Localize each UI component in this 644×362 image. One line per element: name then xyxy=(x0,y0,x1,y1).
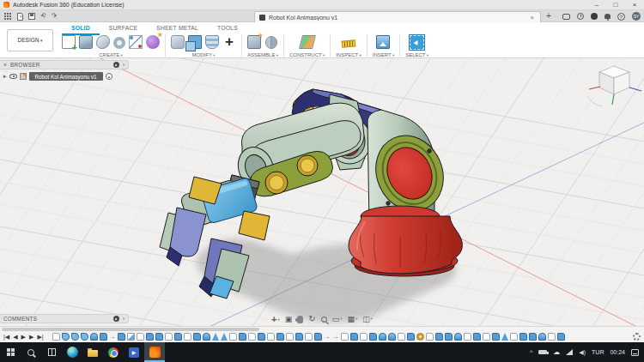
ribbon-group-label[interactable]: CREATE xyxy=(99,52,122,57)
hidden-icons-chevron[interactable]: ^ xyxy=(530,349,532,355)
action-center-icon[interactable] xyxy=(631,349,639,356)
sketch-feature-icon[interactable] xyxy=(398,333,405,341)
extrude-feature-icon[interactable] xyxy=(369,333,377,341)
collapse-panel-icon[interactable]: « xyxy=(3,61,7,69)
play-button[interactable]: ▶ xyxy=(21,332,26,341)
triangle-feature-icon[interactable] xyxy=(501,333,508,341)
tab-close-icon[interactable]: × xyxy=(528,14,536,21)
extrude-feature-icon[interactable] xyxy=(435,333,443,341)
box-icon[interactable] xyxy=(79,35,93,49)
extrude-feature-icon[interactable] xyxy=(193,333,201,341)
task-view-icon[interactable] xyxy=(41,342,62,362)
ribbon-group-label[interactable]: CONSTRUCT xyxy=(289,52,325,57)
viewport-canvas[interactable]: « BROWSER › ▸ Robot Kol Animasyonu v1 CO… xyxy=(0,58,644,326)
sketch-feature-icon[interactable] xyxy=(137,333,144,341)
zoom-icon[interactable]: ▾ xyxy=(321,317,327,323)
comments-header[interactable]: COMMENTS › xyxy=(0,314,129,323)
extrude-feature-icon[interactable] xyxy=(295,333,303,341)
triangle-feature-icon[interactable] xyxy=(212,333,219,341)
extrude-feature-icon[interactable] xyxy=(557,333,565,341)
comments-expand-icon[interactable]: › xyxy=(123,316,125,322)
timeline-scrollbar[interactable] xyxy=(2,328,259,331)
extrude-feature-icon[interactable] xyxy=(276,333,284,341)
ribbon-group-label[interactable]: INSERT xyxy=(373,52,394,57)
shell-icon[interactable] xyxy=(205,35,219,49)
extrude-feature-icon[interactable] xyxy=(100,333,107,341)
browser-header[interactable]: « BROWSER › xyxy=(0,60,129,69)
plane-icon[interactable] xyxy=(299,35,316,49)
avatar[interactable]: SY xyxy=(632,12,641,21)
movies-tv-icon[interactable] xyxy=(124,342,144,362)
sketch-feature-icon[interactable] xyxy=(229,333,237,341)
measure-icon[interactable] xyxy=(342,39,356,48)
gear-feature-icon[interactable] xyxy=(416,333,424,341)
sketch-feature-icon[interactable] xyxy=(510,333,518,341)
new-component-icon[interactable] xyxy=(247,35,261,49)
browser-item-label[interactable]: Robot Kol Animasyonu v1 xyxy=(29,72,103,81)
hand-icon[interactable] xyxy=(297,316,303,323)
move-icon[interactable] xyxy=(222,35,236,49)
canvas-icon[interactable] xyxy=(376,35,390,49)
revolve-feature-icon[interactable] xyxy=(62,333,70,341)
help-icon[interactable]: ? xyxy=(617,13,625,21)
job-status-icon[interactable] xyxy=(577,13,584,20)
viewports-icon[interactable]: ◫▾ xyxy=(362,315,373,323)
ribbon-group-label[interactable]: INSPECT xyxy=(336,52,361,57)
robot-base[interactable] xyxy=(349,206,462,276)
start-button[interactable] xyxy=(0,342,21,362)
press-pull-icon[interactable] xyxy=(171,35,185,49)
sketch-feature-icon[interactable] xyxy=(165,333,173,341)
extrude-feature-icon[interactable] xyxy=(174,333,182,341)
extrude-feature-icon[interactable] xyxy=(146,333,154,341)
create-sketch-icon[interactable] xyxy=(62,35,76,49)
sketch-feature-icon[interactable] xyxy=(548,333,556,341)
extrude-feature-icon[interactable] xyxy=(239,333,246,341)
ribbon-group-label[interactable]: MODIFY xyxy=(192,52,216,57)
fit-icon[interactable]: ▣ xyxy=(285,315,293,323)
expand-node-icon[interactable]: ▸ xyxy=(3,73,7,80)
pan-icon[interactable]: +▾ xyxy=(271,315,280,324)
browser-root-item[interactable]: ▸ Robot Kol Animasyonu v1 xyxy=(3,72,129,81)
chrome-icon[interactable] xyxy=(103,342,124,362)
fusion360-taskbar-icon[interactable] xyxy=(144,342,165,362)
arrow-feature-icon[interactable] xyxy=(109,333,116,341)
visibility-eye-icon[interactable] xyxy=(9,74,17,79)
feedback-icon[interactable] xyxy=(562,14,570,20)
sketch-feature-icon[interactable] xyxy=(483,333,490,341)
extrude-feature-icon[interactable] xyxy=(445,333,453,341)
data-panel-icon[interactable] xyxy=(4,13,11,20)
cylinder-feature-icon[interactable] xyxy=(454,333,462,341)
volume-icon[interactable]: ◀) xyxy=(579,349,586,356)
browser-expand-icon[interactable]: › xyxy=(123,62,125,68)
browser-options-icon[interactable] xyxy=(113,62,119,68)
workspace-selector[interactable]: DESIGN xyxy=(7,29,53,51)
select-icon[interactable] xyxy=(410,35,424,50)
orbit-icon[interactable]: ↻ xyxy=(308,315,315,323)
arrow-feature-icon[interactable] xyxy=(332,333,339,341)
extrude-feature-icon[interactable] xyxy=(492,333,500,341)
new-tab-button[interactable]: + xyxy=(546,10,551,22)
cylinder-feature-icon[interactable] xyxy=(388,333,396,341)
revolve-feature-icon[interactable] xyxy=(71,333,79,341)
cylinder-feature-icon[interactable] xyxy=(203,333,210,341)
triangle-feature-icon[interactable] xyxy=(221,333,228,341)
sketch-feature-icon[interactable] xyxy=(184,333,191,341)
joint-icon[interactable] xyxy=(264,35,278,49)
step-back-button[interactable]: ◀ xyxy=(13,332,17,341)
extrude-feature-icon[interactable] xyxy=(314,333,322,341)
edge-icon[interactable] xyxy=(62,342,82,362)
sketch-feature-icon[interactable] xyxy=(464,333,471,341)
document-tab[interactable]: Robot Kol Animasyonu v1 × xyxy=(254,11,541,22)
timeline-settings-gear-icon[interactable] xyxy=(633,333,641,341)
onedrive-cloud-icon[interactable]: ☁ xyxy=(553,349,560,356)
save-icon[interactable] xyxy=(28,13,35,20)
sketch-feature-icon[interactable] xyxy=(341,333,349,341)
display-icon[interactable]: ▭▾ xyxy=(332,315,343,323)
form-icon[interactable] xyxy=(146,35,160,49)
cylinder-feature-icon[interactable] xyxy=(90,333,98,341)
close-button[interactable]: × xyxy=(625,0,644,10)
sketch-feature-icon[interactable] xyxy=(248,333,256,341)
taskbar-search-icon[interactable] xyxy=(21,342,41,362)
combine-icon[interactable] xyxy=(188,35,202,49)
battery-icon[interactable] xyxy=(538,350,547,355)
